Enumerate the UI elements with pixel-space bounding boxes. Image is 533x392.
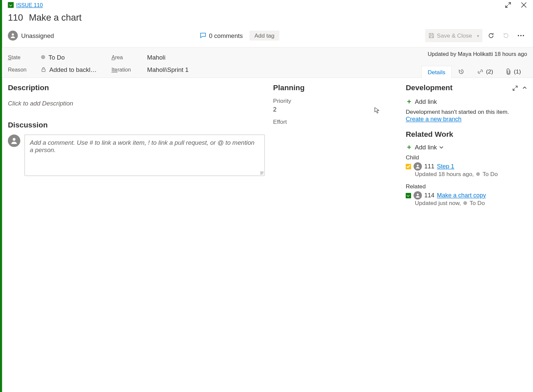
svg-point-2 bbox=[520, 35, 522, 36]
priority-label: Priority bbox=[273, 97, 397, 104]
issue-type-icon bbox=[406, 193, 411, 198]
child-state: To Do bbox=[483, 171, 498, 177]
svg-point-5 bbox=[13, 138, 15, 141]
expand-icon[interactable] bbox=[502, 0, 514, 9]
related-work-item[interactable]: 114 Make a chart copy bbox=[406, 191, 527, 200]
links-count: (2) bbox=[486, 68, 493, 75]
user-avatar-icon bbox=[8, 134, 20, 147]
reason-label: Reason bbox=[8, 67, 41, 73]
child-title-link[interactable]: Step 1 bbox=[437, 163, 454, 170]
priority-value[interactable]: 2 bbox=[273, 105, 397, 112]
close-icon[interactable] bbox=[518, 0, 530, 9]
comment-icon bbox=[200, 32, 207, 39]
attachments-count: (1) bbox=[514, 68, 521, 75]
related-id: 114 bbox=[424, 192, 434, 199]
description-heading: Description bbox=[8, 84, 265, 92]
tab-attachments[interactable]: (1) bbox=[499, 66, 527, 78]
add-tag-button[interactable]: Add tag bbox=[250, 31, 279, 41]
development-status-text: Development hasn't started on this item. bbox=[406, 108, 527, 115]
issue-type-icon bbox=[8, 2, 14, 8]
discussion-heading: Discussion bbox=[8, 121, 265, 129]
tab-details[interactable]: Details bbox=[421, 66, 452, 78]
state-value[interactable]: To Do bbox=[41, 54, 111, 61]
avatar-icon bbox=[414, 191, 422, 200]
child-work-item[interactable]: 111 Step 1 bbox=[406, 162, 527, 171]
task-type-icon bbox=[406, 164, 411, 169]
area-value[interactable]: Maholi bbox=[147, 54, 166, 61]
title-row: 110 Make a chart bbox=[2, 9, 533, 27]
chevron-down-icon[interactable]: ▾ bbox=[477, 33, 479, 38]
child-updated-text: Updated 18 hours ago, bbox=[415, 171, 474, 177]
related-updated-text: Updated just now, bbox=[415, 200, 461, 206]
work-item-id: 110 bbox=[8, 12, 23, 23]
svg-point-7 bbox=[417, 194, 419, 196]
collapse-section-icon[interactable] bbox=[522, 85, 527, 91]
iteration-value[interactable]: Maholi\Sprint 1 bbox=[147, 66, 189, 73]
development-heading: Development bbox=[406, 84, 453, 92]
save-icon bbox=[428, 33, 434, 38]
state-label: State bbox=[8, 54, 41, 60]
comment-input[interactable]: Add a comment. Use # to link a work item… bbox=[24, 134, 265, 176]
tab-links[interactable]: (2) bbox=[471, 66, 499, 78]
save-close-button: Save & Close ▾ bbox=[425, 29, 482, 42]
create-branch-link[interactable]: Create a new branch bbox=[406, 116, 461, 122]
reason-value[interactable]: Added to backl… bbox=[41, 66, 111, 73]
link-icon bbox=[477, 68, 484, 75]
svg-rect-4 bbox=[42, 69, 45, 72]
area-label: Area bbox=[112, 54, 147, 60]
plus-icon: ＋ bbox=[406, 97, 412, 106]
updated-by-text: Updated by Maya Holikatti 18 hours ago bbox=[428, 51, 527, 57]
state-dot-icon bbox=[41, 55, 45, 59]
state-dot-icon bbox=[476, 172, 480, 176]
avatar-icon bbox=[8, 31, 18, 41]
expand-section-icon[interactable] bbox=[512, 85, 518, 91]
undo-button bbox=[500, 29, 512, 42]
refresh-button[interactable] bbox=[485, 29, 497, 42]
save-close-label: Save & Close bbox=[437, 32, 472, 39]
assignee-text: Unassigned bbox=[21, 32, 54, 39]
related-subheading: Related bbox=[406, 183, 527, 190]
history-icon bbox=[458, 68, 464, 75]
tab-history[interactable] bbox=[452, 66, 471, 78]
comments-link[interactable]: 0 comments bbox=[200, 32, 243, 39]
comments-count: 0 comments bbox=[209, 32, 243, 39]
description-field[interactable]: Click to add Description bbox=[8, 97, 265, 109]
svg-point-3 bbox=[523, 35, 524, 36]
svg-point-0 bbox=[12, 33, 14, 36]
breadcrumb: ISSUE 110 bbox=[8, 2, 43, 8]
related-add-link[interactable]: ＋ Add link bbox=[406, 143, 527, 151]
effort-label: Effort bbox=[273, 118, 397, 125]
state-dot-icon bbox=[463, 201, 467, 205]
chevron-down-icon bbox=[439, 145, 443, 149]
svg-point-6 bbox=[417, 164, 419, 166]
planning-heading: Planning bbox=[273, 84, 397, 92]
child-id: 111 bbox=[424, 163, 434, 170]
more-actions-button[interactable] bbox=[515, 29, 527, 42]
child-subheading: Child bbox=[406, 154, 527, 161]
related-title-link[interactable]: Make a chart copy bbox=[437, 192, 486, 199]
related-work-heading: Related Work bbox=[406, 130, 527, 139]
svg-point-1 bbox=[518, 35, 519, 36]
work-item-title[interactable]: Make a chart bbox=[29, 12, 82, 23]
related-state: To Do bbox=[470, 200, 485, 206]
development-add-link[interactable]: ＋ Add link bbox=[406, 97, 527, 106]
iteration-label: Iteration bbox=[112, 67, 147, 73]
paperclip-icon bbox=[506, 68, 511, 75]
breadcrumb-link[interactable]: ISSUE 110 bbox=[16, 2, 43, 8]
lock-icon bbox=[41, 67, 46, 72]
assignee-picker[interactable]: Unassigned bbox=[8, 31, 54, 41]
avatar-icon bbox=[414, 162, 422, 171]
plus-icon: ＋ bbox=[406, 143, 412, 151]
